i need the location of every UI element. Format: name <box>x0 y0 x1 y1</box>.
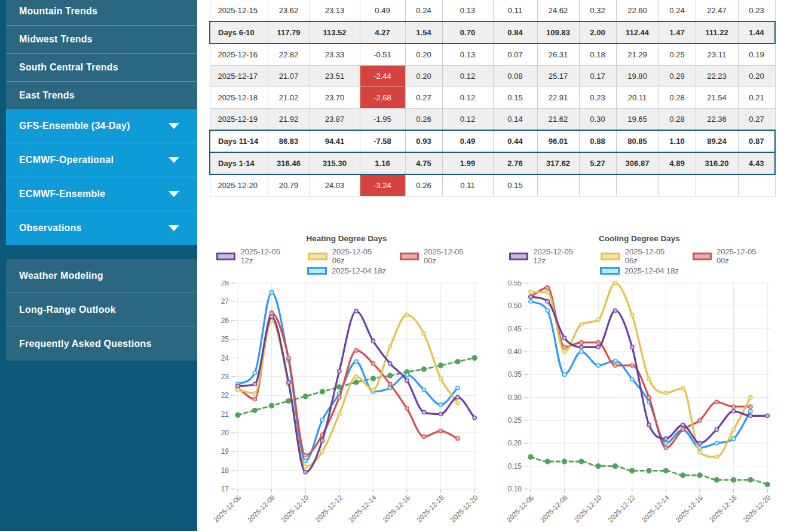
table-cell: 0.93 <box>405 130 442 152</box>
x-axis-label: 2025-12-12 <box>314 494 344 524</box>
data-point <box>647 377 651 381</box>
table-cell: 0.49 <box>442 130 493 152</box>
data-point <box>731 405 735 408</box>
legend-label: 2025-12-04 18z <box>624 266 679 275</box>
table-cell: 1.44 <box>738 21 775 44</box>
legend-item[interactable]: 2025-12-05 00z <box>693 247 770 265</box>
series-2025-12-05-12z <box>236 309 477 474</box>
legend-item[interactable]: 2025-12-05 06z <box>308 247 385 265</box>
legend-item[interactable]: 2025-12-04 18z <box>600 266 679 275</box>
legend-label: 2025-12-05 06z <box>625 247 678 265</box>
data-point <box>630 313 634 317</box>
table-cell: 94.41 <box>310 130 360 152</box>
y-axis-label: 28 <box>221 281 229 287</box>
table-cell: 23.87 <box>310 109 360 131</box>
data-point <box>320 418 324 422</box>
cdd-chart-plot[interactable]: 0.550.500.450.400.350.300.250.200.150.10… <box>502 281 777 532</box>
y-axis-label: 17 <box>221 485 229 493</box>
data-point <box>715 428 718 431</box>
table-cell: 0.25 <box>659 44 696 66</box>
table-cell: 0.28 <box>659 109 696 131</box>
chevron-down-icon[interactable] <box>169 225 179 231</box>
table-cell: 22.60 <box>616 0 659 21</box>
row-label-cell: 2025-12-15 <box>210 0 268 21</box>
data-point <box>354 380 359 385</box>
legend-item[interactable]: 2025-12-05 00z <box>400 247 477 265</box>
data-point <box>580 350 583 353</box>
data-point <box>253 371 256 374</box>
data-point <box>422 332 425 336</box>
table-cell: 23.62 <box>268 0 310 21</box>
sidebar-item-south-central-trends[interactable]: South Central Trends <box>6 53 197 81</box>
data-point <box>630 377 634 381</box>
data-point <box>647 423 651 427</box>
data-point <box>529 290 532 294</box>
sidebar-item-weather-modeling[interactable]: Weather Modeling <box>6 259 197 293</box>
data-point <box>664 441 667 445</box>
table-cell: 20.79 <box>268 174 310 196</box>
y-axis-label: 19 <box>221 447 229 456</box>
table-cell: -2.44 <box>360 66 405 87</box>
data-point <box>613 364 617 367</box>
table-cell: 20.11 <box>616 87 659 109</box>
table-cell: 0.23 <box>579 87 616 109</box>
sidebar-item-ecmwf-ensemble[interactable]: ECMWF-Ensemble <box>6 177 197 211</box>
data-point <box>698 419 702 422</box>
chart-title: Cooling Degree Days <box>502 234 777 243</box>
y-axis-label: 26 <box>221 316 229 325</box>
table-cell: 23.13 <box>310 0 360 21</box>
legend-swatch-icon <box>601 253 620 260</box>
table-cell: 21.02 <box>268 87 310 109</box>
x-axis-label: 2025-12-14 <box>348 494 378 524</box>
table-cell: 26.31 <box>537 44 579 66</box>
x-axis-label: 2025-12-16 <box>674 494 704 524</box>
row-label-cell: 2025-12-20 <box>210 174 268 196</box>
legend-item[interactable]: 2025-12-05 06z <box>601 247 678 265</box>
table-cell: 89.24 <box>696 130 738 152</box>
data-point <box>422 410 425 414</box>
sidebar-item-east-trends[interactable]: East Trends <box>6 81 197 109</box>
table-cell <box>659 174 696 196</box>
legend-item[interactable]: 2025-12-04 18z <box>307 266 386 275</box>
legend-item[interactable]: 2025-12-05 12z <box>216 247 293 265</box>
data-point <box>664 391 667 395</box>
table-cell: 0.08 <box>493 66 537 87</box>
y-axis-label: 20 <box>221 429 229 437</box>
data-point <box>562 373 566 376</box>
sidebar-item-mountain-trends[interactable]: Mountain Trends <box>6 0 197 25</box>
data-point <box>320 450 324 453</box>
table-cell: 22.47 <box>696 0 738 21</box>
hdd-chart-plot[interactable]: 2827262524232221201918172025-12-062025-1… <box>209 281 484 532</box>
sidebar-item-long-range-outlook[interactable]: Long-Range Outlook <box>6 293 197 327</box>
data-point <box>253 382 256 386</box>
table-cell: 96.01 <box>537 130 579 152</box>
data-point <box>664 446 667 450</box>
chevron-down-icon[interactable] <box>169 123 179 129</box>
data-point <box>546 309 549 312</box>
sidebar-item-label: East Trends <box>19 90 75 101</box>
table-cell <box>616 174 659 196</box>
table-row: Days 6-10117.79113.524.271.540.700.84109… <box>210 21 775 44</box>
table-cell: 4.75 <box>405 152 442 174</box>
table-cell: 0.44 <box>493 130 537 152</box>
sidebar-item-gfs-ensemble-34-day[interactable]: GFS-Ensemble (34-Day) <box>6 109 197 143</box>
legend-item[interactable]: 2025-12-05 12z <box>509 247 586 265</box>
data-point <box>320 438 324 442</box>
hdd-chart: Heating Degree Days 2025-12-05 12z2025-1… <box>209 233 484 532</box>
table-cell <box>537 174 579 196</box>
y-axis-label: 0.35 <box>508 370 522 379</box>
sidebar-item-midwest-trends[interactable]: Midwest Trends <box>6 25 197 53</box>
sidebar-item-ecmwf-operational[interactable]: ECMWF-Operational <box>6 143 197 177</box>
data-point <box>681 423 685 427</box>
table-cell: 22.91 <box>537 87 579 109</box>
chevron-down-icon[interactable] <box>169 191 179 197</box>
sidebar-item-observations[interactable]: Observations <box>6 211 197 245</box>
chevron-down-icon[interactable] <box>169 157 179 163</box>
data-point <box>456 401 460 405</box>
legend-label: 2025-12-05 06z <box>332 247 385 265</box>
legend-row: 2025-12-04 18z <box>209 265 484 276</box>
table-cell: 23.51 <box>310 66 360 87</box>
data-point <box>371 388 375 392</box>
sidebar-item-frequently-asked-questions[interactable]: Frequently Asked Questions <box>6 327 197 361</box>
data-point <box>715 400 718 404</box>
